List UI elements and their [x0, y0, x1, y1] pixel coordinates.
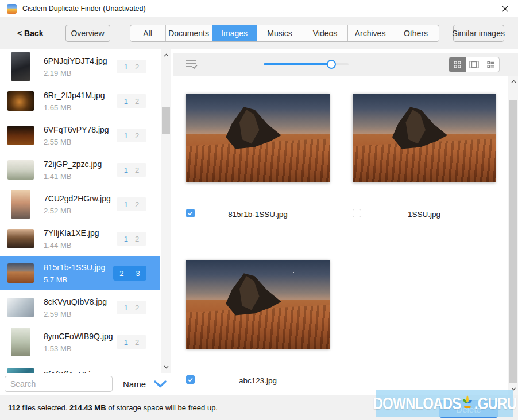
file-size: 1.53 MB: [44, 344, 113, 353]
image-tile[interactable]: [186, 94, 330, 182]
tab-images[interactable]: Images: [212, 25, 257, 41]
file-name: 72ijGP_zpzc.jpg: [44, 160, 102, 169]
list-item[interactable]: 72ijGP_zpzc.jpg 1.41 MB 12: [0, 153, 160, 187]
file-name: 815r1b-1SSU.jpg: [44, 263, 105, 272]
list-item[interactable]: 9fAfDff4wUI.jpg: [0, 359, 160, 373]
file-thumbnail: [7, 229, 34, 248]
downloads-guru-watermark: DOWNLOADS .GURU: [376, 390, 513, 417]
scrollbar-thumb[interactable]: [509, 100, 517, 383]
watermark-text-left: DOWNLOADS: [373, 394, 461, 413]
view-mode-switcher: [449, 57, 500, 72]
file-thumbnail: [11, 190, 30, 219]
duplicate-count-badge: 12: [117, 163, 146, 177]
tile-filename: 815r1b-1SSU.jpg: [186, 209, 330, 219]
scroll-down-icon[interactable]: [161, 363, 171, 372]
minimize-button[interactable]: [440, 0, 466, 17]
sprout-icon: [461, 395, 474, 410]
tab-videos[interactable]: Videos: [303, 25, 348, 41]
close-button[interactable]: [492, 0, 518, 17]
scroll-up-icon[interactable]: [508, 77, 518, 86]
sort-label: Name: [123, 379, 146, 389]
file-thumbnail: [7, 263, 34, 283]
tab-others[interactable]: Others: [393, 25, 439, 41]
file-thumbnail: [7, 91, 34, 111]
duplicate-count-badge: 12: [117, 197, 146, 211]
list-item[interactable]: 6Rr_2fJp41M.jpg 1.65 MB 12: [0, 84, 160, 118]
image-tile[interactable]: [353, 94, 496, 182]
selection-summary: 112 files selected. 214.43 MB of storage…: [8, 403, 218, 412]
duplicate-file-list: 6PNJqiYDJT4.jpg 2.19 MB 12 6Rr_2fJp41M.j…: [0, 49, 160, 373]
duplicate-count-badge: 12: [117, 129, 146, 142]
list-item[interactable]: 7YIljKla1XE.jpg 1.44 MB 12: [0, 221, 160, 256]
tab-archives[interactable]: Archives: [348, 25, 393, 41]
file-name: 8cKVyuQIbV8.jpg: [44, 297, 107, 306]
tile-filename: abc123.jpg: [186, 375, 330, 386]
list-view-button[interactable]: [482, 57, 499, 72]
overview-button[interactable]: Overview: [65, 25, 110, 42]
thumbnail-size-slider[interactable]: [264, 61, 349, 68]
grid-view-button[interactable]: [449, 57, 466, 72]
duplicates-toolbar: [173, 53, 518, 76]
sidebar-scrollbar[interactable]: [161, 49, 171, 373]
file-size: 1.65 MB: [44, 103, 105, 112]
scroll-up-icon[interactable]: [161, 50, 171, 60]
file-name: 6VFqT6vPY78.jpg: [44, 125, 109, 134]
file-name: 6Rr_2fJp41M.jpg: [44, 91, 105, 100]
window-title: Cisdem Duplicate Finder (Unactivated): [22, 5, 146, 13]
file-size: 2.19 MB: [44, 69, 107, 77]
desert-photo: [186, 260, 330, 349]
file-size: 2.59 MB: [44, 310, 107, 318]
duplicates-panel: 815r1b-1SSU.jpg 1SSU.jpg abc123.jpg: [173, 49, 518, 395]
search-input[interactable]: [5, 376, 113, 392]
select-all-icon[interactable]: [185, 59, 198, 69]
tab-documents[interactable]: Documents: [166, 25, 212, 41]
tab-all[interactable]: All: [130, 25, 166, 41]
list-view-icon: [487, 61, 495, 68]
sidebar: 6PNJqiYDJT4.jpg 2.19 MB 12 6Rr_2fJp41M.j…: [0, 49, 172, 395]
watermark-text-right: .GURU: [474, 394, 516, 413]
file-name: 7CU2gd2HGrw.jpg: [44, 194, 111, 203]
toolbar: < Back Overview All Documents Images Mus…: [0, 17, 518, 49]
freed-size: 214.43 MB: [69, 403, 106, 412]
list-item[interactable]: 8cKVyuQIbV8.jpg 2.59 MB 12: [0, 290, 160, 325]
scrollbar-thumb[interactable]: [162, 107, 170, 134]
desert-photo: [353, 94, 496, 182]
file-name: 6PNJqiYDJT4.jpg: [44, 56, 107, 65]
duplicate-count-badge: 12: [117, 232, 146, 246]
list-item[interactable]: 8ymCFoWIB9Q.jpg 1.53 MB 12: [0, 325, 160, 359]
duplicate-count-badge: 12: [117, 60, 146, 73]
file-thumbnail: [7, 298, 34, 317]
file-size: 2.52 MB: [44, 207, 111, 215]
slider-fill: [264, 63, 330, 65]
tab-musics[interactable]: Musics: [257, 25, 303, 41]
maximize-button[interactable]: [466, 0, 492, 17]
file-name: 7YIljKla1XE.jpg: [44, 228, 99, 238]
file-thumbnail: [7, 126, 34, 145]
category-tab-group: All Documents Images Musics Videos Archi…: [130, 25, 439, 42]
preview-view-button[interactable]: [466, 57, 482, 72]
slider-thumb[interactable]: [327, 60, 336, 69]
file-name: 8ymCFoWIB9Q.jpg: [44, 332, 113, 341]
sort-dropdown[interactable]: Name: [123, 379, 167, 389]
chevron-down-icon: [154, 380, 167, 388]
duplicate-count-badge: 12: [117, 335, 146, 349]
file-size: 5.7 MB: [44, 275, 105, 284]
window-controls: [440, 0, 518, 17]
file-thumbnail: [7, 160, 34, 180]
back-button[interactable]: < Back: [17, 29, 44, 38]
main-scrollbar[interactable]: [508, 76, 518, 395]
image-tile[interactable]: [186, 260, 330, 349]
preview-view-icon: [469, 61, 479, 68]
list-item[interactable]: 6PNJqiYDJT4.jpg 2.19 MB 12: [0, 49, 160, 84]
file-thumbnail: [7, 368, 34, 373]
sidebar-footer: Name: [0, 373, 172, 395]
list-item[interactable]: 6VFqT6vPY78.jpg 2.55 MB 12: [0, 118, 160, 153]
duplicate-count-badge: 12: [117, 94, 146, 108]
duplicate-count-badge: 23: [113, 266, 146, 281]
file-size: 1.44 MB: [44, 241, 99, 250]
file-size: 2.55 MB: [44, 138, 109, 146]
list-item-selected[interactable]: 815r1b-1SSU.jpg 5.7 MB 23: [0, 256, 160, 290]
list-item[interactable]: 7CU2gd2HGrw.jpg 2.52 MB 12: [0, 187, 160, 221]
desert-photo: [186, 94, 330, 182]
similar-images-button[interactable]: Similar images: [453, 25, 504, 42]
